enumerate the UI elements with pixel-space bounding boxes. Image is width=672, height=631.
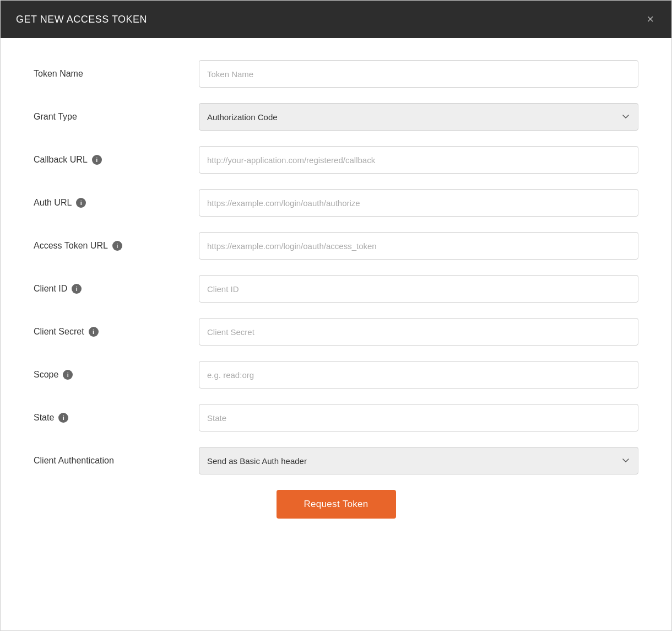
label-state: State i	[34, 413, 199, 423]
modal-body: Token Name Grant Type Authorization Code…	[1, 38, 671, 630]
info-icon-client-id[interactable]: i	[72, 284, 82, 294]
form-row-auth-url: Auth URL i	[34, 189, 638, 217]
info-icon-callback-url[interactable]: i	[92, 155, 102, 165]
label-client-id: Client ID i	[34, 284, 199, 294]
label-auth-url: Auth URL i	[34, 198, 199, 208]
modal-dialog: GET NEW ACCESS TOKEN × Token Name Grant …	[0, 0, 672, 631]
form-row-callback-url: Callback URL i	[34, 146, 638, 174]
label-token-name: Token Name	[34, 69, 199, 79]
input-state[interactable]	[199, 404, 638, 432]
form-row-token-name: Token Name	[34, 60, 638, 88]
select-client-authentication[interactable]: Send as Basic Auth header Send client cr…	[199, 447, 638, 474]
info-icon-client-secret[interactable]: i	[89, 327, 99, 337]
input-client-id[interactable]	[199, 275, 638, 303]
label-client-authentication: Client Authentication	[34, 456, 199, 466]
input-callback-url[interactable]	[199, 146, 638, 174]
input-scope[interactable]	[199, 361, 638, 389]
close-button[interactable]: ×	[644, 11, 656, 28]
input-client-secret[interactable]	[199, 318, 638, 346]
form-row-scope: Scope i	[34, 361, 638, 389]
info-icon-access-token-url[interactable]: i	[112, 241, 122, 251]
form-row-state: State i	[34, 404, 638, 432]
form-row-grant-type: Grant Type Authorization Code Implicit P…	[34, 103, 638, 131]
label-scope: Scope i	[34, 370, 199, 380]
info-icon-scope[interactable]: i	[63, 370, 73, 380]
input-token-name[interactable]	[199, 60, 638, 88]
input-access-token-url[interactable]	[199, 232, 638, 260]
select-grant-type[interactable]: Authorization Code Implicit Password Cre…	[199, 103, 638, 131]
form-row-client-id: Client ID i	[34, 275, 638, 303]
request-token-button[interactable]: Request Token	[277, 490, 396, 519]
label-callback-url: Callback URL i	[34, 155, 199, 165]
label-client-secret: Client Secret i	[34, 327, 199, 337]
label-access-token-url: Access Token URL i	[34, 241, 199, 251]
modal-header: GET NEW ACCESS TOKEN ×	[1, 1, 671, 38]
info-icon-state[interactable]: i	[58, 413, 68, 423]
input-auth-url[interactable]	[199, 189, 638, 217]
label-grant-type: Grant Type	[34, 112, 199, 122]
modal-title: GET NEW ACCESS TOKEN	[16, 14, 147, 25]
form-row-client-secret: Client Secret i	[34, 318, 638, 346]
form-row-access-token-url: Access Token URL i	[34, 232, 638, 260]
info-icon-auth-url[interactable]: i	[76, 198, 86, 208]
form-row-client-authentication: Client Authentication Send as Basic Auth…	[34, 447, 638, 474]
